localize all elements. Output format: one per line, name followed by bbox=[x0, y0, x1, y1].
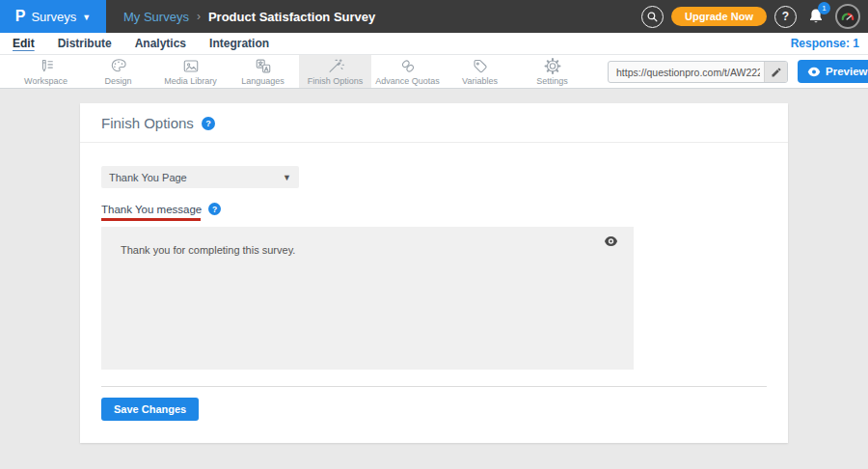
section-divider bbox=[101, 386, 767, 387]
toolbar-tab-label: Workspace bbox=[24, 76, 68, 86]
toolbar-tab-media-library[interactable]: Media Library bbox=[154, 55, 227, 88]
toolbar-tab-languages[interactable]: Languages bbox=[227, 55, 299, 88]
toolbar-tab-label: Finish Options bbox=[308, 76, 364, 86]
tab-integration[interactable]: Integration bbox=[209, 37, 269, 50]
finish-type-dropdown[interactable]: Thank You Page ▼ bbox=[101, 166, 299, 188]
toolbar-tab-variables[interactable]: Variables bbox=[444, 55, 516, 88]
save-changes-button[interactable]: Save Changes bbox=[101, 398, 199, 421]
design-palette-icon bbox=[109, 57, 128, 75]
toolbar-tab-label: Languages bbox=[241, 76, 285, 86]
upgrade-now-button[interactable]: Upgrade Now bbox=[671, 7, 767, 26]
toolbar-tab-label: Design bbox=[104, 76, 131, 86]
thank-you-message-editor[interactable]: Thank you for completing this survey. bbox=[101, 227, 634, 370]
thank-you-message-text: Thank you for completing this survey. bbox=[121, 244, 295, 256]
toolbar-tab-settings[interactable]: Settings bbox=[516, 55, 588, 88]
toolbar-tab-design[interactable]: Design bbox=[82, 55, 154, 88]
product-menu-label: Surveys bbox=[31, 10, 76, 24]
toolbar-tab-label: Variables bbox=[462, 76, 498, 86]
edit-url-button[interactable] bbox=[764, 61, 787, 83]
message-label-row: Thank You message ? bbox=[101, 203, 788, 215]
gear-icon bbox=[543, 57, 562, 75]
image-icon bbox=[181, 57, 201, 75]
editor-eye-icon[interactable] bbox=[604, 235, 618, 247]
card-body: Thank You Page ▼ Thank You message ? Tha… bbox=[80, 166, 788, 421]
edit-toolbar: Workspace Design Media Library bbox=[0, 55, 868, 89]
chevron-down-icon: ▼ bbox=[82, 13, 91, 22]
chevron-down-icon: ▼ bbox=[283, 173, 291, 182]
top-bar: P Surveys ▼ My Surveys › Product Satisfa… bbox=[0, 0, 868, 33]
breadcrumb: My Surveys › Product Satisfaction Survey bbox=[123, 10, 375, 24]
pencil-icon bbox=[771, 67, 782, 78]
toolbar-tab-advance-quotas[interactable]: Advance Quotas bbox=[371, 55, 444, 88]
breadcrumb-separator: › bbox=[197, 10, 201, 23]
finish-type-dropdown-value: Thank You Page bbox=[109, 172, 283, 183]
search-button[interactable] bbox=[641, 6, 664, 28]
translate-icon bbox=[254, 57, 273, 75]
workspace-icon bbox=[37, 57, 56, 75]
toolbar-tabs: Workspace Design Media Library bbox=[10, 55, 588, 88]
tab-analytics[interactable]: Analytics bbox=[135, 37, 186, 50]
eye-icon bbox=[807, 67, 821, 77]
toolbar-tab-label: Advance Quotas bbox=[375, 76, 440, 86]
breadcrumb-my-surveys[interactable]: My Surveys bbox=[123, 10, 189, 24]
gauge-icon bbox=[839, 8, 856, 25]
help-button[interactable]: ? bbox=[774, 6, 797, 28]
chain-link-icon bbox=[398, 57, 418, 75]
preview-button-label: Preview bbox=[826, 66, 867, 77]
breadcrumb-survey-name: Product Satisfaction Survey bbox=[208, 10, 375, 24]
response-count[interactable]: Response: 1 bbox=[791, 37, 859, 50]
search-icon bbox=[646, 11, 659, 23]
finish-options-card: Finish Options ? Thank You Page ▼ Thank … bbox=[80, 103, 788, 443]
survey-url-input[interactable] bbox=[609, 67, 764, 78]
survey-url-field bbox=[608, 61, 788, 83]
message-help-icon[interactable]: ? bbox=[208, 203, 221, 215]
questionpro-logo-icon: P bbox=[15, 8, 26, 26]
toolbar-tab-label: Settings bbox=[536, 76, 568, 86]
page-title: Finish Options bbox=[101, 116, 194, 131]
preview-button[interactable]: Preview bbox=[798, 60, 868, 83]
account-avatar[interactable] bbox=[835, 4, 860, 29]
message-label: Thank You message bbox=[101, 204, 202, 215]
toolbar-tab-finish-options[interactable]: Finish Options bbox=[299, 55, 371, 88]
card-title-row: Finish Options ? bbox=[80, 103, 788, 143]
topbar-actions: Upgrade Now ? 1 bbox=[641, 0, 860, 33]
notification-count-badge: 1 bbox=[818, 2, 830, 14]
tag-icon bbox=[471, 57, 490, 75]
annotation-underline bbox=[101, 218, 201, 221]
question-mark-icon: ? bbox=[782, 10, 789, 23]
product-menu[interactable]: P Surveys ▼ bbox=[0, 0, 106, 33]
toolbar-tab-workspace[interactable]: Workspace bbox=[10, 55, 82, 88]
survey-nav: Edit Distribute Analytics Integration Re… bbox=[0, 33, 868, 55]
notifications-button[interactable]: 1 bbox=[804, 4, 827, 29]
toolbar-tab-label: Media Library bbox=[164, 76, 217, 86]
tab-distribute[interactable]: Distribute bbox=[58, 37, 112, 50]
page-background: Finish Options ? Thank You Page ▼ Thank … bbox=[0, 89, 868, 469]
magic-wand-icon bbox=[326, 57, 345, 75]
title-help-icon[interactable]: ? bbox=[202, 117, 215, 130]
tab-edit[interactable]: Edit bbox=[13, 37, 35, 50]
